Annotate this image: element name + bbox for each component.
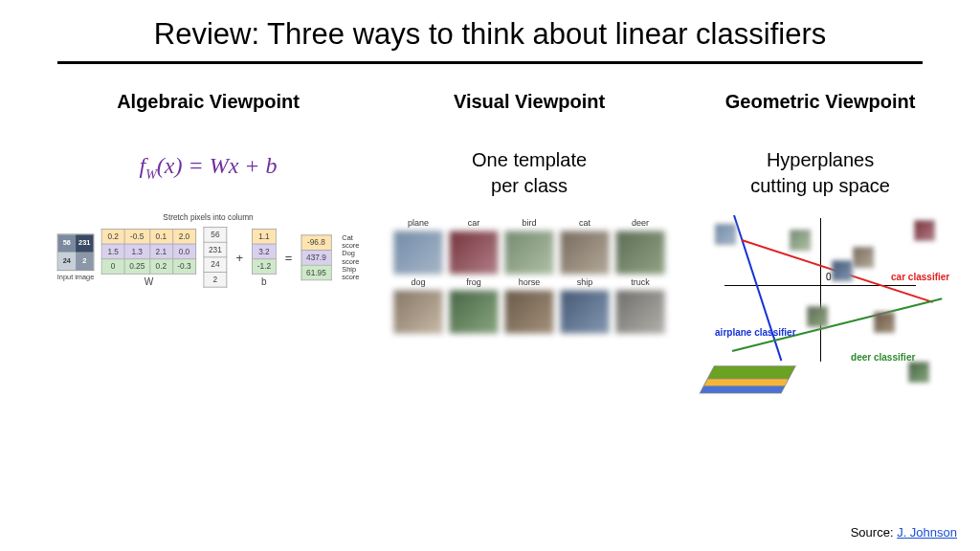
formula-rest: (x) = Wx + b: [157, 153, 278, 178]
W-cell: 0.1: [149, 229, 172, 244]
template-label: bird: [504, 218, 554, 228]
score-cell: -96.8: [301, 234, 331, 250]
W-cell: 0.2: [149, 258, 172, 274]
template-thumb: [615, 290, 665, 334]
geo-thumb: [914, 220, 935, 241]
score-cell: 61.95: [301, 264, 331, 279]
W-cell: 2.0: [172, 229, 195, 244]
b-block: 1.1 3.2 -1.2 b: [252, 228, 276, 286]
score-cell: 437.9: [301, 250, 331, 265]
b-cell: 1.1: [253, 229, 276, 244]
template-label: horse: [504, 277, 554, 287]
pixel: 24: [58, 252, 76, 269]
hyperplane-stack: [693, 365, 796, 405]
airplane-label: airplane classifier: [715, 327, 796, 338]
geo-thumb: [715, 224, 736, 245]
geo-thumb: [908, 362, 929, 383]
x-cell: 56: [204, 227, 227, 242]
geo-thumb: [807, 306, 828, 327]
score-label: Ship score: [339, 265, 360, 281]
template-label: dog: [393, 277, 443, 287]
geo-thumb: [853, 247, 874, 268]
equals-operator: =: [283, 250, 294, 264]
geo-thumb: [832, 260, 853, 281]
y-axis: [820, 218, 821, 362]
W-matrix: 0.2-0.50.12.0 1.51.32.10.0 00.250.2-0.3: [101, 228, 196, 274]
score-labels: Cat score Dog score Ship score: [339, 233, 360, 281]
pixel: 56: [58, 234, 76, 252]
W-cell: 0: [101, 258, 124, 274]
b-label: b: [252, 276, 276, 286]
content-columns: Algebraic Viewpoint fW(x) = Wx + b Stret…: [0, 91, 980, 419]
input-image: 56 231 24 2: [57, 233, 95, 271]
W-cell: 1.3: [124, 243, 149, 258]
W-cell: 0.2: [101, 229, 124, 244]
geometric-heading: Geometric Viewpoint: [725, 91, 916, 113]
stack-plane: [707, 365, 796, 379]
template-label: ship: [560, 277, 610, 287]
score-label: Cat score: [339, 233, 360, 250]
col-algebraic: Algebraic Viewpoint fW(x) = Wx + b Stret…: [44, 91, 372, 419]
W-cell: 0.25: [124, 258, 149, 274]
b-cell: -1.2: [253, 258, 276, 274]
template-thumb: [504, 290, 554, 334]
plus-operator: +: [234, 250, 245, 264]
pixel: 231: [76, 234, 93, 252]
col-geometric: Geometric Viewpoint Hyperplanescutting u…: [686, 91, 954, 419]
template-label: frog: [449, 277, 499, 287]
template-label: truck: [615, 277, 665, 287]
template-thumb: [560, 231, 610, 275]
input-image-label: Input image: [57, 273, 95, 280]
geo-thumb: [874, 312, 895, 333]
algebraic-diagram: Stretch pixels into column 56 231 24 2 I…: [57, 212, 360, 287]
geometric-diagram: 0 airplane classifier car classifier dee…: [686, 218, 954, 419]
W-cell: 2.1: [149, 243, 172, 258]
W-label: W: [101, 276, 196, 286]
algebraic-formula: fW(x) = Wx + b: [140, 153, 278, 183]
template-label: cat: [560, 218, 610, 228]
deer-label: deer classifier: [851, 352, 915, 363]
car-label: car classifier: [891, 272, 949, 282]
pixel: 2: [76, 252, 93, 269]
x-cell: 231: [204, 242, 227, 257]
algebraic-heading: Algebraic Viewpoint: [117, 91, 300, 113]
template-thumb: [560, 290, 610, 334]
col-visual: Visual Viewpoint One templateper class p…: [393, 91, 665, 419]
template-label: car: [449, 218, 499, 228]
template-thumb: [449, 231, 499, 275]
x-vector: 56 231 24 2: [203, 227, 227, 287]
title-underline: [57, 61, 923, 64]
template-thumb: [504, 231, 554, 275]
geo-thumb: [790, 230, 811, 251]
origin-label: 0: [826, 272, 832, 282]
template-thumb: [449, 290, 499, 334]
b-cell: 3.2: [253, 243, 276, 258]
geometric-sub: Hyperplanescutting up space: [750, 147, 890, 199]
W-cell: 1.5: [101, 243, 124, 258]
visual-heading: Visual Viewpoint: [454, 91, 605, 113]
template-thumb: [393, 290, 443, 334]
template-thumb: [393, 231, 443, 275]
score-vector: -96.8 437.9 61.95: [301, 234, 332, 280]
W-cell: -0.3: [172, 258, 195, 274]
x-cell: 24: [204, 257, 227, 273]
template-label: plane: [393, 218, 443, 228]
x-cell: 2: [204, 272, 227, 287]
source-link[interactable]: J. Johnson: [897, 525, 957, 540]
source-credit: Source: J. Johnson: [851, 525, 957, 540]
formula-subscript: W: [145, 167, 157, 182]
input-image-block: 56 231 24 2 Input image: [57, 233, 95, 281]
template-thumb: [615, 231, 665, 275]
visual-sub: One templateper class: [472, 147, 587, 199]
source-prefix: Source:: [851, 525, 897, 540]
template-label: deer: [615, 218, 665, 228]
W-block: 0.2-0.50.12.0 1.51.32.10.0 00.250.2-0.3 …: [101, 228, 196, 286]
W-cell: 0.0: [172, 243, 195, 258]
stretch-label: Stretch pixels into column: [163, 212, 253, 221]
template-grid: planecarbirdcatdeerdogfroghorseshiptruck: [393, 218, 665, 334]
score-label: Dog score: [339, 249, 360, 265]
W-cell: -0.5: [124, 229, 149, 244]
b-vector: 1.1 3.2 -1.2: [252, 228, 276, 274]
slide-title: Review: Three ways to think about linear…: [0, 0, 980, 61]
